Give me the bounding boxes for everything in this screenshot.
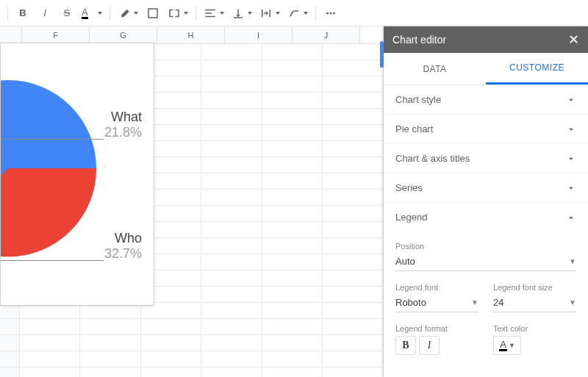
format-label: Legend format bbox=[395, 324, 478, 333]
rotate-button[interactable] bbox=[284, 3, 311, 24]
chevron-down-icon bbox=[566, 95, 576, 105]
tab-data[interactable]: DATA bbox=[384, 53, 486, 85]
position-label: Position bbox=[395, 242, 576, 251]
section-legend[interactable]: Legend bbox=[384, 203, 588, 231]
valign-button[interactable] bbox=[229, 3, 255, 24]
slice-pct: 32.7% bbox=[104, 246, 142, 262]
legend-bold-button[interactable]: B bbox=[395, 336, 416, 355]
font-label: Legend font bbox=[395, 283, 478, 292]
legend-font-select[interactable]: Roboto▼ bbox=[395, 293, 478, 312]
halign-icon bbox=[204, 7, 217, 20]
chevron-down-icon bbox=[566, 183, 576, 193]
pie-chart bbox=[0, 73, 104, 264]
section-series[interactable]: Series bbox=[384, 173, 588, 203]
section-chart-style[interactable]: Chart style bbox=[384, 85, 588, 115]
col-header[interactable]: I bbox=[225, 26, 293, 43]
svg-point-2 bbox=[333, 12, 335, 14]
legend-size-select[interactable]: 24▼ bbox=[493, 293, 576, 312]
fill-color-button[interactable] bbox=[115, 3, 141, 24]
toolbar: B I S A bbox=[0, 0, 588, 26]
svg-point-0 bbox=[326, 12, 329, 14]
text-color-button[interactable]: A bbox=[79, 3, 105, 24]
col-header[interactable]: H bbox=[157, 26, 225, 43]
position-select[interactable]: Auto▼ bbox=[395, 252, 576, 271]
border-icon bbox=[146, 7, 159, 20]
merge-icon bbox=[168, 7, 181, 20]
section-titles[interactable]: Chart & axis titles bbox=[384, 144, 588, 173]
col-header[interactable]: G bbox=[90, 26, 157, 43]
wrap-button[interactable] bbox=[257, 3, 283, 24]
borders-button[interactable] bbox=[143, 3, 163, 24]
more-icon bbox=[324, 7, 337, 20]
more-button[interactable] bbox=[320, 3, 341, 24]
paint-icon bbox=[118, 7, 131, 20]
rotate-icon bbox=[287, 7, 301, 20]
valign-icon bbox=[232, 7, 245, 20]
textcolor-label: Text color bbox=[493, 324, 576, 333]
italic-button[interactable]: I bbox=[35, 3, 55, 24]
section-pie-chart[interactable]: Pie chart bbox=[384, 115, 588, 144]
col-header[interactable]: J bbox=[293, 26, 360, 43]
slice-pct: 21.8% bbox=[104, 125, 142, 140]
chevron-up-icon bbox=[566, 212, 576, 223]
slice-label: Who bbox=[104, 231, 142, 246]
column-headers: F G H I J bbox=[0, 26, 384, 44]
col-header[interactable]: F bbox=[22, 26, 90, 43]
chevron-down-icon bbox=[566, 124, 576, 134]
chart-editor-panel: Chart editor ✕ DATA CUSTOMIZE Chart styl… bbox=[384, 26, 588, 377]
merge-button[interactable] bbox=[165, 3, 191, 24]
wrap-icon bbox=[259, 7, 273, 20]
slice-label: What bbox=[104, 109, 142, 125]
spreadsheet-area[interactable]: F G H I J for(let r=0;r<22;r++){ documen… bbox=[0, 26, 384, 377]
strike-button[interactable]: S bbox=[57, 3, 77, 24]
selected-chart-indicator bbox=[380, 41, 384, 68]
legend-color-button[interactable]: A▼ bbox=[493, 336, 521, 355]
embedded-chart[interactable]: What 21.8% Who 32.7% bbox=[0, 43, 154, 306]
halign-button[interactable] bbox=[201, 3, 227, 24]
close-button[interactable]: ✕ bbox=[568, 33, 579, 46]
tab-customize[interactable]: CUSTOMIZE bbox=[486, 53, 588, 85]
panel-title: Chart editor bbox=[392, 34, 446, 46]
bold-button[interactable]: B bbox=[12, 3, 33, 24]
svg-point-1 bbox=[330, 12, 332, 14]
legend-italic-button[interactable]: I bbox=[419, 336, 440, 355]
legend-body: Position Auto▼ Legend font Roboto▼ bbox=[384, 231, 588, 359]
chevron-down-icon bbox=[566, 154, 576, 164]
size-label: Legend font size bbox=[493, 283, 576, 292]
